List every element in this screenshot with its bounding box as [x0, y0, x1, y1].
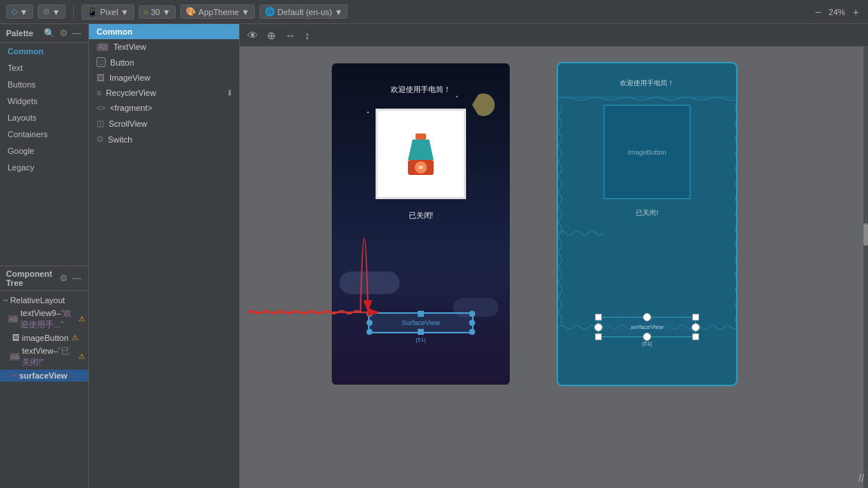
imagebutton-icon: 🖼 — [12, 333, 20, 342]
layout-type-dropdown[interactable]: ◇ ▼ — [6, 5, 33, 19]
palette-item-textview[interactable]: Ab TextView — [89, 39, 239, 54]
palette-item-fragment[interactable]: <> <fragment> — [89, 100, 239, 115]
phone-text-bottom: 已关闭! — [332, 210, 510, 221]
textview9-warning-icon: ⚠ — [78, 315, 85, 323]
handle-mr — [469, 320, 475, 326]
handle-bl — [367, 329, 373, 335]
secondary-toolbar: 👁 ⊕ ↔ ↕ — [240, 24, 868, 47]
palette-item-switch[interactable]: ⊙ Switch — [89, 131, 239, 147]
component-tree-header: Component Tree ⚙ — — [0, 266, 88, 291]
svg-rect-0 — [416, 134, 426, 140]
canvas-scrollbar-thumb[interactable] — [863, 223, 868, 246]
component-tree-section: Component Tree ⚙ — ▪▪ RelativeLayout — [0, 266, 88, 489]
bp-handle-mr — [692, 323, 700, 331]
eye-button[interactable]: 👁 — [246, 28, 259, 43]
textview-palette-label: TextView — [113, 42, 146, 51]
bp-handle-bc — [643, 333, 652, 341]
theme-dropdown[interactable]: 🎨 AppTheme ▼ — [180, 5, 255, 19]
canvas-corner-lines: // — [858, 472, 864, 484]
sidebar-item-text[interactable]: Text — [0, 60, 88, 76]
imageview-palette-label: ImageView — [109, 73, 150, 82]
device-dropdown[interactable]: 📱 Pixel ▼ — [81, 5, 134, 20]
palette-items-area: Ab TextView □ Button 🖼 ImageView ≡ Recyc… — [89, 39, 239, 488]
scrollview-palette-icon: ◫ — [97, 118, 104, 128]
zoom-out-button[interactable]: − — [812, 5, 824, 20]
palette-item-button[interactable]: □ Button — [89, 54, 239, 70]
canvas-wrapper: 👁 ⊕ ↔ ↕ — [240, 24, 868, 488]
textview-warning-icon: ⚠ — [78, 352, 85, 361]
palette-settings-button[interactable]: ⚙ — [59, 27, 69, 39]
component-tree-settings-button[interactable]: ⚙ — [59, 272, 69, 284]
api-dropdown[interactable]: ≡ 30 ▼ — [139, 5, 176, 19]
tree-label-imagebutton: imageButton — [22, 333, 69, 342]
bp-image-button: ImageButton — [604, 105, 691, 199]
vertical-arrows-button[interactable]: ↕ — [303, 28, 311, 43]
switch-palette-icon: ⊙ — [97, 134, 103, 144]
phone-blueprint-content: 欢迎使用手电筒！ ImageButton 已关闭! surfaceView — [558, 63, 736, 385]
tree-label-relativelayout: RelativeLayout — [10, 296, 65, 305]
palette-item-imageview[interactable]: 🖼 ImageView — [89, 70, 239, 85]
palette-item-scrollview[interactable]: ◫ ScrollView — [89, 115, 239, 131]
scrollview-palette-label: ScrollView — [109, 119, 147, 128]
surface-view-dimension: |51| — [368, 336, 474, 343]
tree-label-surfaceview: surfaceView — [19, 371, 67, 380]
sidebar-item-common[interactable]: Common — [0, 43, 88, 60]
phone-normal-content: 欢迎使用手电筒！ — [332, 63, 510, 385]
bp-surface-view-label: surfaceView — [630, 324, 663, 330]
tree-label-textview9: textView9–"欢迎使用手..." — [20, 308, 75, 330]
tree-item-imagebutton[interactable]: 🖼 imageButton ⚠ — [0, 332, 88, 344]
bp-handle-tl — [595, 314, 602, 321]
phone-text-top: 欢迎使用手电筒！ — [332, 84, 510, 95]
tree-item-surfaceview[interactable]: ▪▪ surfaceView — [0, 370, 88, 382]
bp-surface-view-box: surfaceView — [598, 317, 696, 337]
surface-view-box: SurfaceView — [368, 312, 474, 333]
top-toolbar: ◇ ▼ ⊘ ▼ 📱 Pixel ▼ ≡ 30 ▼ 🎨 AppTheme ▼ 🌐 … — [0, 0, 868, 24]
star-3 — [456, 96, 458, 97]
bp-surface-view-dimension: |51| — [598, 340, 696, 347]
sidebar-item-google[interactable]: Google — [0, 143, 88, 159]
horizontal-arrows-button[interactable]: ↔ — [284, 28, 297, 43]
bp-image-btn-label: ImageButton — [627, 149, 666, 156]
palette-item-recyclerview[interactable]: ≡ RecyclerView ⬇ — [89, 85, 239, 100]
tree-item-textview[interactable]: Ab textView–"已关闭!" ⚠ — [0, 344, 88, 370]
palette-title: Palette — [6, 29, 33, 38]
cloud-1 — [339, 272, 400, 294]
handle-tr — [469, 311, 475, 317]
component-tree-icons: ⚙ — — [59, 272, 82, 284]
magnet-button[interactable]: ⊕ — [265, 28, 278, 43]
switch-palette-label: Switch — [108, 135, 132, 144]
bp-surfaceview-container: surfaceView |51| — [598, 317, 696, 347]
sidebar-item-legacy[interactable]: Legacy — [0, 159, 88, 176]
textview-icon: Ab — [10, 353, 20, 361]
bp-handle-ml — [594, 323, 603, 331]
textview9-icon: Ab — [8, 315, 18, 323]
relative-layout-icon: ▪▪ — [3, 296, 8, 304]
sidebar-item-containers[interactable]: Containers — [0, 126, 88, 143]
tree-item-textview9[interactable]: Ab textView9–"欢迎使用手..." ⚠ — [0, 306, 88, 332]
palette-header-icons: 🔍 ⚙ — — [43, 27, 82, 39]
imagebutton-warning-icon: ⚠ — [72, 333, 78, 342]
fragment-palette-label: <fragment> — [110, 103, 152, 112]
phone-normal: 欢迎使用手电筒！ — [330, 62, 511, 386]
locale-dropdown[interactable]: 🌐 Default (en-us) ▼ — [259, 5, 348, 19]
component-tree-close-button[interactable]: — — [72, 272, 82, 284]
bp-text-bottom: 已关闭! — [558, 208, 736, 218]
palette-search-button[interactable]: 🔍 — [43, 27, 56, 39]
canvas-scrollbar[interactable] — [863, 47, 868, 488]
phone-image-button — [376, 109, 466, 199]
palette-common-tab[interactable]: Common — [89, 24, 239, 39]
zoom-in-button[interactable]: + — [850, 5, 862, 20]
toolbar-sep-1 — [73, 5, 74, 20]
sidebar-item-widgets[interactable]: Widgets — [0, 93, 88, 109]
flashlight-svg — [402, 130, 440, 179]
phone-blueprint: 欢迎使用手电筒！ ImageButton 已关闭! surfaceView — [557, 62, 738, 386]
palette-close-button[interactable]: — — [72, 27, 82, 39]
bp-handle-tc — [643, 313, 652, 321]
orientation-dropdown[interactable]: ⊘ ▼ — [38, 5, 66, 19]
surface-view-label: SurfaceView — [402, 319, 440, 327]
sidebar-item-buttons[interactable]: Buttons — [0, 76, 88, 93]
tree-item-relativelayout[interactable]: ▪▪ RelativeLayout — [0, 294, 88, 306]
component-tree-title: Component Tree — [6, 269, 59, 287]
sidebar-item-layouts[interactable]: Layouts — [0, 109, 88, 126]
design-canvas[interactable]: 欢迎使用手电筒！ — [240, 47, 868, 488]
